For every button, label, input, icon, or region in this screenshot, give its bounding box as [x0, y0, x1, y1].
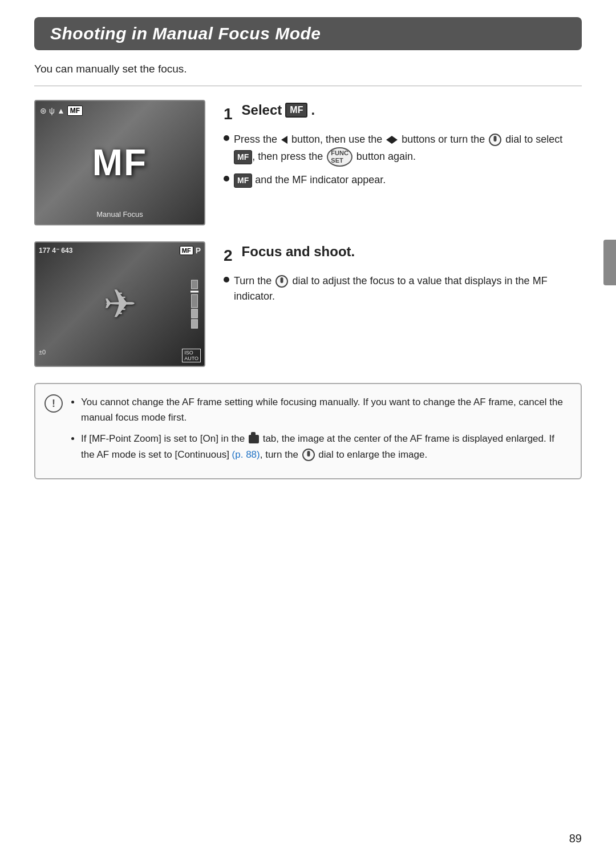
- bullet-dot-1: [224, 135, 229, 141]
- page-content: Shooting in Manual Focus Mode You can ma…: [0, 0, 616, 514]
- bullet-dot-2: [224, 176, 229, 181]
- camera-tab-icon: [249, 435, 259, 443]
- arrow-r: [392, 136, 398, 144]
- cam2-iso: ISOAUTO: [182, 349, 201, 362]
- camera-image-1: ⊛ ψ ▲ MF MF Manual Focus: [34, 100, 205, 225]
- cam2-bottom: ±0 ISOAUTO: [39, 349, 201, 362]
- step-1-title-dot: .: [311, 102, 315, 118]
- cam2-center: 177 4⁻ 643 MF P ✈: [35, 243, 204, 366]
- arrow-l: [386, 136, 392, 144]
- cam-icons-top-1: ⊛ ψ ▲ MF: [40, 106, 83, 116]
- note-link[interactable]: (p. 88): [232, 449, 260, 460]
- note-box: ! You cannot change the AF frame setting…: [34, 383, 582, 479]
- camera-image-2: 177 4⁻ 643 MF P ✈: [34, 241, 205, 367]
- cam2-mf-bar-2: [191, 294, 198, 308]
- cam2-mf-tag: MF: [180, 246, 193, 255]
- mf-badge-inline-2: MF: [234, 173, 252, 188]
- step-1-label-row: 1 Select MF .: [224, 102, 582, 126]
- step-1-bullet-1: Press the button, then use the buttons o…: [224, 132, 582, 167]
- cam2-mf-marker: [191, 291, 198, 293]
- page-title: Shooting in Manual Focus Mode: [50, 24, 566, 43]
- step-1-title: Select MF .: [242, 102, 315, 118]
- step-1-title-text: Select: [242, 102, 282, 118]
- cam-overlay-1: ⊛ ψ ▲ MF MF Manual Focus: [35, 101, 204, 224]
- note-item-2: If [MF-Point Zoom] is set to [On] in the…: [81, 431, 569, 462]
- step-1-bullets: Press the button, then use the buttons o…: [224, 132, 582, 188]
- mf-badge-inline-1: MF: [234, 150, 252, 164]
- arrows-lr-icon: [386, 136, 398, 144]
- func-icon-1: FUNCSET: [327, 147, 352, 167]
- cam2-mf-indicator: [191, 280, 198, 329]
- cam-mf-big: MF: [92, 142, 147, 184]
- step-2-title: Focus and shoot.: [242, 244, 355, 260]
- step-2-content: 2 Focus and shoot. Turn the dial to adju…: [224, 241, 582, 310]
- step-1-bullet-2-text: MF and the MF indicator appear.: [234, 172, 386, 188]
- dial-icon-2: [275, 275, 288, 288]
- steps-container: ⊛ ψ ▲ MF MF Manual Focus 1 Select MF: [34, 100, 582, 367]
- cam2-mf-bar-3: [191, 309, 198, 318]
- bullet-dot-3: [224, 277, 229, 282]
- cam2-hud-top: 177 4⁻ 643 MF P: [39, 246, 201, 255]
- cam-bottom-label-1: Manual Focus: [96, 210, 143, 219]
- note-list: You cannot change the AF frame setting w…: [70, 394, 569, 462]
- cam-icon-3: ▲: [57, 106, 65, 115]
- cam-icon-1: ⊛: [40, 106, 47, 115]
- arrow-left-icon: [281, 136, 287, 144]
- cam2-hud-right: MF P: [180, 246, 201, 255]
- step-1-bullet-1-text: Press the button, then use the buttons o…: [234, 132, 582, 167]
- right-tab: [603, 240, 616, 285]
- step-1-content: 1 Select MF . Press the button, then use…: [224, 100, 582, 193]
- dial-icon-3: [302, 449, 315, 461]
- note-item-1: You cannot change the AF frame setting w…: [81, 394, 569, 425]
- note-icon: !: [44, 394, 63, 413]
- subtitle: You can manually set the focus.: [34, 63, 582, 75]
- divider: [34, 86, 582, 86]
- step-2-bullets: Turn the dial to adjust the focus to a v…: [224, 273, 582, 304]
- cam2-exposure: ±0: [39, 349, 46, 362]
- step-2-bullet-1-text: Turn the dial to adjust the focus to a v…: [234, 273, 582, 304]
- cam2-p: P: [196, 246, 201, 255]
- title-bar: Shooting in Manual Focus Mode: [34, 17, 582, 50]
- step-1-number: 1: [224, 105, 233, 123]
- cam2-plane-icon: ✈: [103, 281, 137, 328]
- cam2-mf-bar-1: [191, 280, 198, 289]
- step-2-number: 2: [224, 247, 233, 265]
- step-2-row: 177 4⁻ 643 MF P ✈: [34, 241, 582, 367]
- cam2-mf-bar-4: [191, 320, 198, 329]
- cam-mf-tag-1: MF: [67, 106, 83, 116]
- step-1-mf-badge: MF: [285, 103, 307, 118]
- step-2-label-row: 2 Focus and shoot.: [224, 244, 582, 268]
- step-1-bullet-2: MF and the MF indicator appear.: [224, 172, 582, 188]
- cam2-hud-left: 177 4⁻ 643: [39, 247, 72, 255]
- cam-icon-2: ψ: [49, 106, 55, 115]
- step-2-bullet-1: Turn the dial to adjust the focus to a v…: [224, 273, 582, 304]
- step-2-title-text: Focus and shoot.: [242, 244, 355, 260]
- page-number: 89: [569, 832, 582, 845]
- step-1-row: ⊛ ψ ▲ MF MF Manual Focus 1 Select MF: [34, 100, 582, 225]
- dial-icon-1: [489, 134, 501, 146]
